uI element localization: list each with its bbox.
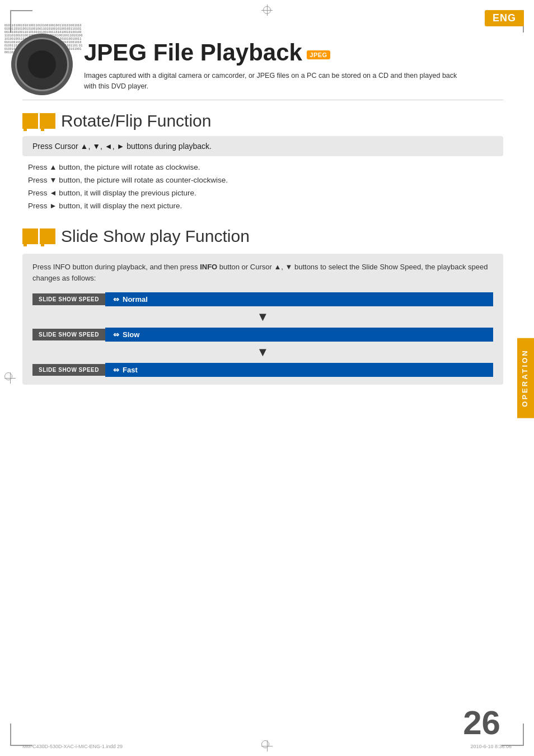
slideshow-icon — [22, 228, 55, 244]
rotate-icon — [22, 113, 55, 129]
header-subtitle: Images captured with a digital camera or… — [84, 71, 465, 92]
speed-label-slow: SLIDE SHOW SPEED — [32, 329, 105, 340]
slideshow-speed-table: Press INFO button during playback, and t… — [22, 254, 503, 385]
slideshow-info-text: Press INFO button during playback, and t… — [32, 262, 493, 285]
speed-arrow-2: ▼ — [32, 342, 493, 363]
speed-value-normal: ⇔ Normal — [105, 292, 493, 306]
footer-left: MM-C430D-530D-XAC-i-MIC-ENG-1.indd 29 — [22, 744, 123, 749]
instruction-1: Press ▲ button, the picture will rotate … — [28, 163, 503, 171]
page-title: JPEG File Playback JPEG — [84, 39, 503, 66]
instruction-2: Press ▼ button, the picture will rotate … — [28, 176, 503, 184]
eng-badge: ENG — [485, 10, 524, 26]
speed-label-fast: SLIDE SHOW SPEED — [32, 364, 105, 376]
jpeg-badge: JPEG — [307, 50, 330, 59]
speed-row-normal: SLIDE SHOW SPEED ⇔ Normal — [32, 292, 493, 306]
speed-value-fast: ⇔ Fast — [105, 363, 493, 377]
speed-row-slow: SLIDE SHOW SPEED ⇔ Slow — [32, 328, 493, 342]
title-area: JPEG File Playback JPEG Images captured … — [84, 34, 503, 92]
rotate-instructions: Press ▲ button, the picture will rotate … — [22, 163, 503, 210]
rotate-section-header: Rotate/Flip Function — [22, 111, 503, 130]
rotate-title: Rotate/Flip Function — [61, 111, 211, 130]
instruction-3: Press ◄ button, it will display the prev… — [28, 189, 503, 197]
operation-tab: OPERATION — [517, 338, 534, 418]
rotate-info-box: Press Cursor ▲, ▼, ◄, ► buttons during p… — [22, 136, 503, 156]
slideshow-section-header: Slide Show play Function — [22, 227, 503, 246]
speed-row-fast: SLIDE SHOW SPEED ⇔ Fast — [32, 363, 493, 377]
corner-bracket-br — [502, 724, 524, 746]
instruction-4: Press ► button, it will display the next… — [28, 202, 503, 210]
speed-label-normal: SLIDE SHOW SPEED — [32, 293, 105, 305]
cross-bottom — [261, 740, 273, 752]
main-content: JPEG File Playback JPEG Images captured … — [22, 34, 503, 734]
speed-value-slow: ⇔ Slow — [105, 328, 493, 342]
cross-left — [4, 372, 16, 384]
footer-right: 2010-6-10 8:36:06 — [470, 744, 512, 749]
slideshow-title: Slide Show play Function — [61, 227, 250, 246]
cross-top — [261, 4, 273, 16]
speed-arrow-1: ▼ — [32, 306, 493, 328]
page-number: 26 — [463, 703, 500, 742]
